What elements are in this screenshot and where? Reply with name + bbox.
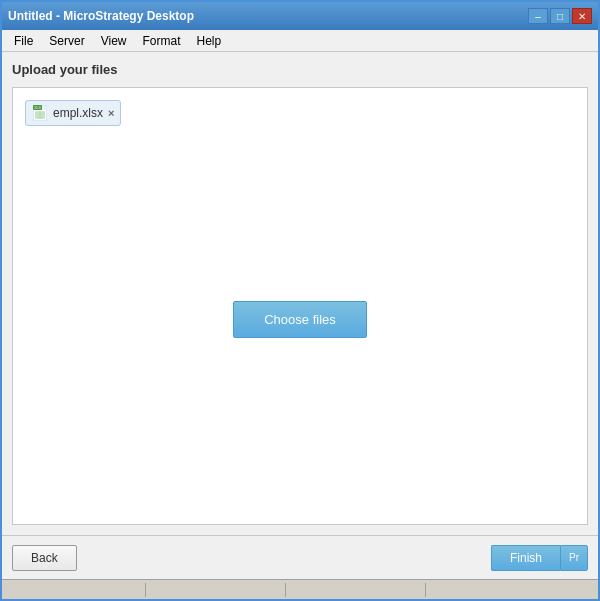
prepare-dropdown-button[interactable]: Prepa...: [560, 545, 588, 571]
status-bar: [2, 579, 598, 599]
excel-icon: XLS: [33, 105, 47, 121]
status-segment-2: [146, 583, 286, 597]
finish-button[interactable]: Finish: [491, 545, 560, 571]
choose-files-button[interactable]: Choose files: [233, 301, 367, 338]
window-controls: – □ ✕: [528, 8, 592, 24]
menu-bar: File Server View Format Help: [2, 30, 598, 52]
upload-area: XLS empl.xlsx × Choose files: [12, 87, 588, 525]
menu-file[interactable]: File: [6, 30, 41, 51]
prepare-label: Prepa...: [569, 552, 579, 563]
menu-view[interactable]: View: [93, 30, 135, 51]
svg-text:XLS: XLS: [34, 106, 41, 110]
section-title: Upload your files: [12, 62, 588, 77]
status-segment-1: [6, 583, 146, 597]
file-remove-button[interactable]: ×: [108, 108, 114, 119]
maximize-button[interactable]: □: [550, 8, 570, 24]
main-content: Upload your files XLS: [2, 52, 598, 535]
minimize-button[interactable]: –: [528, 8, 548, 24]
bottom-left-controls: Back: [12, 545, 77, 571]
status-segment-3: [286, 583, 426, 597]
menu-help[interactable]: Help: [189, 30, 230, 51]
bottom-right-controls: Finish Prepa...: [491, 545, 588, 571]
file-chip: XLS empl.xlsx ×: [25, 100, 121, 126]
file-icon: XLS: [32, 104, 48, 122]
menu-format[interactable]: Format: [134, 30, 188, 51]
title-bar: Untitled - MicroStrategy Desktop – □ ✕: [2, 2, 598, 30]
file-name: empl.xlsx: [53, 106, 103, 120]
choose-files-container: Choose files: [25, 126, 575, 512]
close-button[interactable]: ✕: [572, 8, 592, 24]
back-button[interactable]: Back: [12, 545, 77, 571]
bottom-bar: Back Finish Prepa...: [2, 535, 598, 579]
window-title: Untitled - MicroStrategy Desktop: [8, 9, 194, 23]
app-window: Untitled - MicroStrategy Desktop – □ ✕ F…: [0, 0, 600, 601]
menu-server[interactable]: Server: [41, 30, 92, 51]
